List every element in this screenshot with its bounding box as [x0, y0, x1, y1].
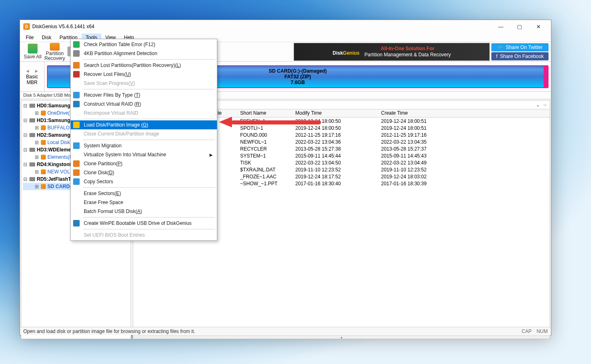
close-button[interactable]: ✕: [529, 20, 548, 33]
share-twitter[interactable]: 🐦Share On Twitter: [491, 43, 549, 51]
forward-icon[interactable]: →: [542, 102, 547, 108]
menu-item[interactable]: Create WinPE Bootable USB Drive of DiskG…: [71, 219, 217, 228]
dropdown-icon[interactable]: ⌄: [536, 102, 540, 108]
menu-item[interactable]: Copy Sectors: [71, 177, 217, 186]
maximize-button[interactable]: ▢: [510, 20, 529, 33]
status-text: Open and load disk or partition image fi…: [23, 328, 195, 334]
menu-item[interactable]: System Migration: [71, 141, 217, 150]
share-facebook[interactable]: fShare On Facebook: [491, 52, 549, 60]
splitter-handle[interactable]: [133, 335, 550, 339]
menu-item: Close Current Disk/Partition Image: [71, 129, 217, 138]
menu-file[interactable]: File: [22, 33, 38, 42]
menu-item[interactable]: Erase Free Space: [71, 198, 217, 207]
status-cap: CAP: [522, 328, 532, 334]
window-title: DiskGenius V5.4.6.1441 x64: [32, 24, 94, 29]
menu-item[interactable]: Construct Virtual RAID (R): [71, 100, 217, 109]
menu-item[interactable]: Erase Sectors(E): [71, 189, 217, 198]
next-disk-icon[interactable]: ►: [34, 68, 39, 74]
menu-item: Save Scan Progress(V): [71, 79, 217, 88]
toolbar-save-all[interactable]: Save All: [22, 43, 43, 61]
app-icon: D: [23, 23, 30, 30]
menu-disk[interactable]: Disk: [38, 33, 55, 42]
menu-item[interactable]: Virtualize System Into Virtual Machine▶: [71, 150, 217, 159]
menu-item[interactable]: Search Lost Partitions(Partition Recover…: [71, 61, 217, 70]
menu-item[interactable]: Check Partition Table Error (F12): [71, 40, 217, 49]
menu-item[interactable]: Load Disk/Partition Image (G): [71, 120, 217, 129]
prev-disk-icon[interactable]: ◄: [25, 68, 30, 74]
menu-item[interactable]: 4KB Partition Alignment Detection: [71, 49, 217, 58]
menu-item[interactable]: Batch Format USB Disk(A): [71, 207, 217, 216]
facebook-icon: f: [496, 53, 497, 59]
status-bar: Open and load disk or partition image fi…: [20, 327, 551, 335]
tools-dropdown: Check Partition Table Error (F12)4KB Par…: [70, 39, 217, 241]
menu-item: Set UEFI BIOS Boot Entries: [71, 231, 217, 240]
menu-item[interactable]: Clone Partition(P): [71, 159, 217, 168]
toolbar-partition-recovery[interactable]: Partition Recovery: [45, 43, 65, 61]
menu-item[interactable]: Clone Disk(D): [71, 168, 217, 177]
menu-item[interactable]: Recover Files By Type (T): [71, 91, 217, 100]
disk-map-nav: ◄► Basic MBR: [20, 62, 45, 91]
minimize-button[interactable]: —: [491, 20, 510, 33]
menu-item[interactable]: Recover Lost Files(U): [71, 70, 217, 79]
promo-banner[interactable]: DiskGenius All-In-One Solution ForPartit…: [294, 43, 490, 61]
status-num: NUM: [537, 328, 548, 334]
title-bar: D DiskGenius V5.4.6.1441 x64 — ▢ ✕: [20, 20, 551, 33]
twitter-icon: 🐦: [497, 44, 504, 50]
menu-item: Recompose Virtual RAID: [71, 109, 217, 118]
